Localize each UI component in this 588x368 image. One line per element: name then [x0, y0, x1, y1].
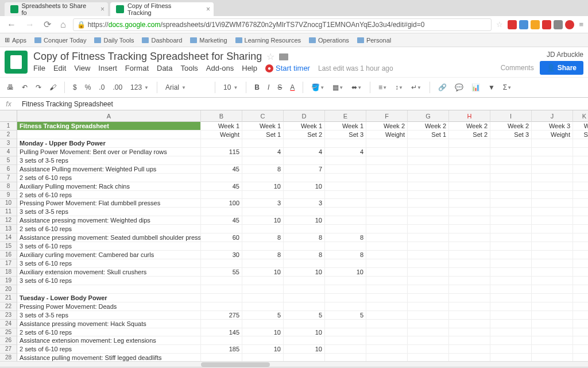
cell[interactable] [408, 242, 449, 250]
back-icon[interactable]: ← [5, 20, 18, 30]
cell[interactable] [532, 285, 573, 293]
cell[interactable] [573, 277, 588, 285]
cell[interactable]: 3 sets of 6-10 reps [17, 259, 201, 267]
cell[interactable] [408, 251, 449, 259]
cell[interactable] [325, 225, 366, 233]
cell[interactable]: 45 [201, 182, 242, 190]
cell[interactable]: Week 1 [201, 122, 242, 130]
cell[interactable] [490, 139, 532, 147]
cell[interactable]: Weight [532, 131, 573, 139]
cell[interactable] [532, 277, 573, 285]
reload-icon[interactable]: ⟳ [41, 19, 53, 30]
cell[interactable] [366, 199, 408, 207]
cell[interactable] [573, 345, 588, 353]
cell[interactable] [490, 328, 532, 336]
forward-icon[interactable]: → [23, 20, 37, 30]
ext-icon[interactable] [542, 20, 551, 29]
cell[interactable] [573, 225, 588, 233]
filter-icon[interactable]: ▼ [486, 82, 497, 93]
cell[interactable]: 45 [201, 216, 242, 224]
cell[interactable] [532, 345, 573, 353]
cell[interactable]: 3 [284, 199, 325, 207]
cell[interactable]: 3 sets of 3-5 reps [17, 156, 201, 164]
home-icon[interactable]: ⌂ [58, 20, 68, 30]
cell[interactable] [532, 302, 573, 310]
font-select[interactable]: Arial▼ [163, 82, 209, 93]
cell[interactable]: 55 [201, 268, 242, 276]
col-header-H[interactable]: H [449, 110, 490, 122]
decimal-decrease[interactable]: .0 [96, 82, 107, 93]
cell[interactable] [449, 285, 490, 293]
align-icon[interactable]: ≡▼ [376, 82, 389, 93]
row-header[interactable]: 21 [0, 294, 17, 302]
row-header[interactable]: 4 [0, 148, 17, 156]
cell[interactable]: Week 1 [284, 122, 325, 130]
cell[interactable] [490, 242, 532, 250]
horizontal-scrollbar[interactable] [0, 361, 588, 367]
cell[interactable]: 8 [242, 251, 284, 259]
cell[interactable] [408, 268, 449, 276]
cell[interactable] [449, 328, 490, 336]
cell[interactable] [449, 148, 490, 156]
share-button[interactable]: 👤Share [540, 61, 583, 75]
ext-icon[interactable] [519, 20, 528, 29]
cell[interactable] [532, 165, 573, 173]
cell[interactable] [408, 156, 449, 164]
cell[interactable] [242, 354, 284, 361]
close-icon[interactable]: × [100, 5, 105, 13]
cell[interactable] [408, 345, 449, 353]
menu-edit[interactable]: Edit [53, 64, 66, 72]
cell[interactable]: 4 [242, 148, 284, 156]
cell[interactable]: Weight [366, 131, 408, 139]
cell[interactable] [201, 156, 242, 164]
cell[interactable]: 2 sets of 6-10 reps [17, 174, 201, 182]
cell[interactable]: Set 2 [284, 131, 325, 139]
doc-title[interactable]: Copy of Fitness Tracking Spreadsheet for… [33, 51, 262, 63]
cell[interactable]: Set 1 [242, 131, 284, 139]
menu-view[interactable]: View [74, 64, 90, 72]
cell[interactable] [201, 320, 242, 328]
cell[interactable] [573, 294, 588, 302]
cell[interactable] [532, 156, 573, 164]
bookmark[interactable]: Marketing [190, 37, 227, 44]
cell[interactable] [366, 191, 408, 199]
menu-add-ons[interactable]: Add-ons [206, 64, 234, 72]
cell[interactable] [573, 268, 588, 276]
cell[interactable] [284, 191, 325, 199]
cell[interactable] [366, 294, 408, 302]
cell[interactable] [366, 354, 408, 361]
cell[interactable] [366, 148, 408, 156]
cell[interactable] [408, 182, 449, 190]
browser-tab[interactable]: Copy of Fitness Tracking × [110, 2, 214, 16]
ext-icon[interactable] [565, 20, 574, 29]
cell[interactable] [449, 208, 490, 216]
folder-icon[interactable] [279, 53, 288, 60]
cell[interactable] [408, 165, 449, 173]
cell[interactable] [490, 345, 532, 353]
cell[interactable] [573, 336, 588, 344]
cell[interactable] [284, 242, 325, 250]
cell[interactable] [201, 174, 242, 182]
cell[interactable] [325, 199, 366, 207]
cell[interactable] [325, 277, 366, 285]
cell[interactable]: 8 [325, 251, 366, 259]
cell[interactable]: Assistance pulling movement: Stiff legge… [17, 354, 201, 361]
cell[interactable] [325, 191, 366, 199]
cell[interactable] [325, 165, 366, 173]
cell[interactable] [490, 294, 532, 302]
cell[interactable]: 115 [201, 148, 242, 156]
cell[interactable] [325, 259, 366, 267]
ext-icon[interactable] [508, 20, 517, 29]
row-header[interactable]: 3 [0, 139, 17, 148]
cell[interactable] [201, 302, 242, 310]
redo-icon[interactable]: ↷ [33, 82, 44, 93]
cell[interactable]: 185 [201, 345, 242, 353]
cell[interactable] [284, 354, 325, 361]
decimal-increase[interactable]: .00 [110, 82, 125, 93]
cell[interactable] [573, 174, 588, 182]
cell[interactable]: 8 [284, 233, 325, 241]
user-name[interactable]: JD Arbuckle [501, 51, 583, 59]
cell[interactable] [366, 182, 408, 190]
cell[interactable] [449, 156, 490, 164]
row-header[interactable]: 2 [0, 131, 17, 139]
